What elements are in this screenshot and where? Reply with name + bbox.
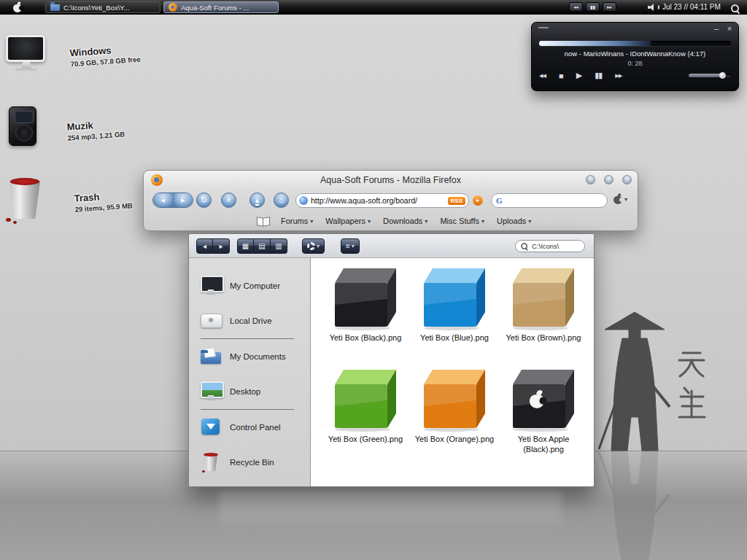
sidebar-item-control-panel[interactable]: Control Panel: [189, 410, 310, 445]
computer-icon: [6, 35, 47, 71]
box-icon: [330, 264, 400, 331]
now-playing-text: now - MarioWinans - IDontWannaKnow (4:17…: [532, 50, 738, 58]
menu-list-button[interactable]: ≡▾: [341, 238, 360, 254]
desktop-label-trash[interactable]: Trash 29 items, 95.9 MB: [74, 189, 133, 213]
volume-knob[interactable]: [719, 72, 726, 79]
sidebar-item-label: My Documents: [230, 352, 286, 361]
taskbar-media-controls: ◂◂ ▮▮ ▸▸: [569, 2, 616, 12]
list-view-button[interactable]: ▤: [254, 238, 271, 254]
kanji-calligraphy: [677, 349, 706, 421]
chevron-down-icon: ▾: [368, 218, 371, 225]
taskbar-tab-label: Aqua-Soft Forums - ...: [181, 4, 249, 12]
home-button[interactable]: ⌂: [274, 192, 289, 208]
actions-gear-button[interactable]: ▾: [302, 238, 325, 254]
bookmark-downloads[interactable]: Downloads▾: [383, 217, 427, 225]
sidebar-item-my-documents[interactable]: My Documents: [189, 339, 310, 374]
chevron-down-icon: ▾: [425, 218, 427, 225]
bookmark-misc-stuffs[interactable]: Misc Stuffs▾: [440, 217, 484, 225]
google-icon: G: [496, 196, 503, 205]
taskbar-search-icon[interactable]: [731, 3, 740, 12]
box-icon: [330, 365, 400, 432]
drag-handle[interactable]: [538, 27, 549, 28]
box-icon: [419, 365, 489, 432]
sidebar-item-desktop[interactable]: Desktop: [189, 374, 310, 409]
chevron-down-icon: ▾: [352, 243, 355, 249]
explorer-forward-button[interactable]: ▸: [213, 238, 230, 254]
desktop-icon-windows[interactable]: [6, 35, 47, 71]
sidebar-item-my-computer[interactable]: My Computer: [189, 268, 310, 303]
upload-button[interactable]: ▴: [249, 192, 265, 208]
columns-view-button[interactable]: ▥: [271, 238, 287, 254]
explorer-search-input[interactable]: [532, 242, 580, 250]
fast-forward-button[interactable]: ▸▸: [615, 71, 622, 80]
player-stop-button[interactable]: ■: [559, 71, 563, 80]
media-player: – × now - MarioWinans - IDontWannaKnow (…: [531, 22, 739, 91]
web-search-bar[interactable]: G: [491, 193, 608, 208]
file-item[interactable]: Yeti Box (Brown).png: [499, 264, 588, 365]
explorer-back-button[interactable]: ◂: [196, 238, 213, 254]
firefox-titlebar[interactable]: Aqua-Soft Forums - Mozilla Firefox: [144, 171, 638, 190]
reload-button[interactable]: ↻: [196, 192, 212, 208]
volume-icon[interactable]: [648, 4, 659, 11]
url-bar[interactable]: RSS: [295, 193, 469, 208]
window-control-button[interactable]: [604, 175, 614, 184]
file-name: Yeti Box (Blue).png: [411, 332, 498, 343]
desktop-icon-muzik[interactable]: [9, 106, 36, 146]
file-name: Yeti Box (Brown).png: [500, 332, 587, 343]
file-item[interactable]: Yeti Box (Blue).png: [410, 264, 499, 365]
window-control-button[interactable]: [622, 175, 632, 184]
chevron-down-icon: ▾: [528, 218, 531, 225]
file-name: Yeti Box (Black).png: [322, 332, 409, 343]
window-control-button[interactable]: [586, 175, 595, 184]
computer-icon: [199, 276, 222, 296]
site-icon: [299, 196, 308, 205]
taskbar-forward-button[interactable]: ▸▸: [603, 2, 616, 12]
forward-button[interactable]: ▸: [173, 193, 193, 207]
clock[interactable]: Jul 23 // 04:11 PM: [662, 3, 721, 11]
desktop-label-muzik[interactable]: Muzik 254 mp3, 1.21 GB: [66, 117, 125, 141]
firefox-window: Aqua-Soft Forums - Mozilla Firefox ◂ ▸ ↻…: [143, 170, 638, 231]
url-input[interactable]: [311, 196, 445, 205]
web-search-input[interactable]: [506, 196, 603, 205]
volume-slider[interactable]: [689, 74, 731, 77]
desktop-icon-trash[interactable]: [6, 176, 44, 219]
ipod-icon: [9, 106, 36, 146]
control-panel-icon: [199, 417, 222, 438]
sidebar-item-recycle-bin[interactable]: Recycle Bin: [189, 445, 310, 480]
seek-bar[interactable]: [539, 41, 731, 46]
apple-menu[interactable]: [13, 2, 22, 15]
bookmark-forums[interactable]: Forums▾: [281, 217, 313, 225]
sidebar-item-label: Local Drive: [230, 316, 272, 325]
stop-button[interactable]: ×: [221, 192, 236, 208]
taskbar-tab-firefox[interactable]: Aqua-Soft Forums - ...: [163, 1, 279, 13]
rss-go-icon[interactable]: ▸: [473, 195, 483, 206]
pause-button[interactable]: ▮▮: [595, 71, 602, 80]
sidebar-item-label: My Computer: [230, 281, 280, 290]
bookmark-uploads[interactable]: Uploads▾: [497, 217, 531, 225]
bookmark-wallpapers[interactable]: Wallpapers▾: [325, 217, 371, 225]
taskbar-rewind-button[interactable]: ◂◂: [569, 2, 583, 12]
rewind-button[interactable]: ◂◂: [539, 71, 546, 80]
file-name: Yeti Box Apple (Black).png: [500, 434, 587, 455]
taskbar-tab-explorer[interactable]: C:\Icons\Yeti_Box\Y...: [45, 1, 160, 13]
desktop-label-windows[interactable]: Windows 70.9 GB, 57.8 GB free: [69, 43, 141, 69]
trash-icon: [6, 176, 44, 219]
samurai-silhouette: [595, 306, 675, 560]
file-item[interactable]: Yeti Box (Black).png: [321, 264, 410, 365]
close-button[interactable]: ×: [724, 23, 735, 34]
sidebar-item-label: Control Panel: [230, 423, 281, 432]
icons-view-button[interactable]: ▦: [237, 238, 254, 254]
back-button[interactable]: ◂: [153, 193, 173, 207]
file-item[interactable]: Yeti Box (Green).png: [321, 365, 410, 467]
recycle-bin-icon: [199, 452, 222, 472]
window-title: Aqua-Soft Forums - Mozilla Firefox: [144, 171, 638, 190]
file-item[interactable]: Yeti Box (Orange).png: [410, 365, 499, 467]
apple-menu-button[interactable]: ▾: [614, 194, 627, 204]
taskbar-pause-button[interactable]: ▮▮: [586, 2, 600, 12]
play-button[interactable]: ▶: [576, 71, 581, 80]
sidebar-item-local-drive[interactable]: Local Drive: [189, 303, 310, 338]
rss-badge[interactable]: RSS: [448, 197, 465, 205]
file-item[interactable]: Yeti Box Apple (Black).png: [499, 365, 588, 467]
explorer-search-bar[interactable]: [515, 240, 585, 252]
minimize-button[interactable]: –: [711, 23, 722, 34]
